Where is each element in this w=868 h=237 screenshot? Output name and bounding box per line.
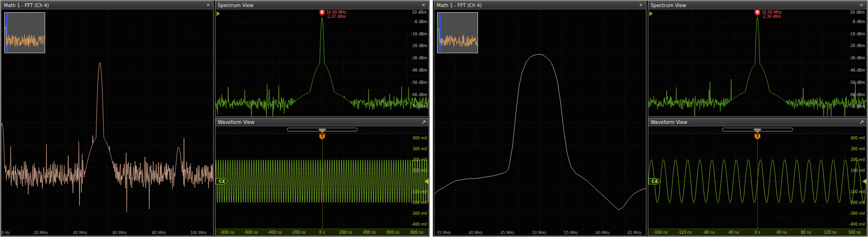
peak-marker-readout: 50.00 MHz -2.39 dBm bbox=[762, 10, 782, 19]
trigger-position-icon[interactable] bbox=[755, 131, 760, 133]
window-titlebar[interactable]: Math 1 - FFT (Ch 4) ✕ bbox=[434, 1, 646, 9]
math-plot-area[interactable]: 35 MHz40 MHz45 MHz50 MHz55 MHz60 MHz65 M… bbox=[434, 9, 646, 236]
zoom-navigation-strip bbox=[215, 126, 429, 134]
axis-tick-label: -200 ns bbox=[291, 230, 305, 235]
math-plot-area[interactable]: 0 Hz20 MHz40 MHz60 MHz80 MHz100 MHz bbox=[1, 9, 213, 236]
trigger-level-marker[interactable] bbox=[424, 179, 429, 184]
trigger-level-marker[interactable] bbox=[862, 179, 867, 184]
marker-frequency: 50.00 MHz bbox=[762, 10, 782, 15]
time-axis-bar: -800 ns-600 ns-400 ns-200 ns0 s200 ns400… bbox=[215, 229, 429, 236]
peak-marker-readout: 50.00 MHz -2.37 dBm bbox=[326, 10, 347, 19]
window-title: Spectrum View bbox=[218, 2, 253, 9]
waveform-view-window: Waveform View T C4 400 mV300 mV200 mV100… bbox=[215, 118, 429, 236]
spectrum-view-window: Spectrum View ✕ 20 dBm -6 dBm-16 dBm-26 … bbox=[215, 1, 429, 117]
axis-tick-label: -120 ns bbox=[677, 230, 692, 235]
axis-tick-label: 40 ns bbox=[777, 230, 787, 235]
spectrum-plot-area[interactable]: 20 dBm -6 dBm-16 dBm-26 dBm-36 dBm-46 dB… bbox=[215, 9, 429, 116]
window-title: Spectrum View bbox=[651, 2, 686, 9]
trigger-position-icon[interactable] bbox=[320, 131, 325, 133]
axis-tick-label: 80 ns bbox=[801, 230, 811, 235]
math-fft-window: Math 1 - FFT (Ch 4) ✕ 0 Hz20 MHz40 MHz60… bbox=[1, 1, 214, 236]
window-title: Math 1 - FFT (Ch 4) bbox=[4, 2, 49, 9]
marker-level: -2.37 dBm bbox=[326, 15, 347, 19]
axis-tick-label: 800 ns bbox=[410, 230, 423, 235]
reference-level-label: 20 dBm bbox=[850, 10, 865, 15]
spectrum-view-window: Spectrum View ✕ 20 dBm -6 dBm-16 dBm-26 … bbox=[648, 1, 867, 117]
close-icon[interactable]: ✕ bbox=[859, 2, 864, 9]
waveform-plot-area[interactable]: T C4 400 mV300 mV200 mV100 mV-100 mV-200… bbox=[648, 134, 867, 229]
axis-tick-label: -800 ns bbox=[220, 230, 234, 235]
expand-icon[interactable] bbox=[859, 120, 864, 125]
spectrum-trace-svg bbox=[648, 9, 867, 116]
axis-tick-label: -160 ns bbox=[653, 230, 668, 235]
axis-tick-label: 400 ns bbox=[363, 230, 376, 235]
window-titlebar[interactable]: Spectrum View ✕ bbox=[648, 1, 867, 9]
axis-tick-label: 200 ns bbox=[339, 230, 352, 235]
trigger-position-line bbox=[322, 139, 323, 229]
axis-tick-label: 600 ns bbox=[387, 230, 399, 235]
waveform-plot-area[interactable]: T C4 400 mV300 mV200 mV100 mV-100 mV-200… bbox=[215, 134, 429, 229]
axis-tick-label: -400 ns bbox=[268, 230, 282, 235]
math-fft-window: Math 1 - FFT (Ch 4) ✕ 35 MHz40 MHz45 MHz… bbox=[434, 1, 646, 236]
window-title: Waveform View bbox=[218, 119, 255, 126]
window-title: Math 1 - FFT (Ch 4) bbox=[437, 2, 482, 9]
axis-tick-label: -600 ns bbox=[244, 230, 258, 235]
expand-icon[interactable] bbox=[421, 120, 426, 125]
close-icon[interactable]: ✕ bbox=[205, 2, 211, 9]
axis-tick-label: 0 s bbox=[319, 230, 325, 235]
reference-level-label: 20 dBm bbox=[412, 10, 427, 15]
spectrum-plot-area[interactable]: 20 dBm -6 dBm-16 dBm-26 dBm-36 dBm-46 dB… bbox=[648, 9, 867, 116]
window-titlebar[interactable]: Math 1 - FFT (Ch 4) ✕ bbox=[1, 1, 213, 9]
spectrum-trace-svg bbox=[215, 9, 429, 116]
waveform-view-window: Waveform View T C4 400 mV300 mV200 mV100… bbox=[648, 118, 867, 236]
trace-handle-icon[interactable] bbox=[216, 11, 220, 16]
axis-tick-label: -80 ns bbox=[703, 230, 715, 235]
time-axis-bar: -160 ns-120 ns-80 ns-40 ns0 s40 ns80 ns1… bbox=[648, 229, 867, 236]
time-axis-labels: -800 ns-600 ns-400 ns-200 ns0 s200 ns400… bbox=[215, 230, 429, 235]
fft-preview-thumbnail[interactable] bbox=[4, 12, 45, 53]
marker-level: -2.39 dBm bbox=[762, 15, 782, 19]
trigger-position-line bbox=[757, 139, 758, 229]
trace-handle-icon[interactable] bbox=[649, 11, 653, 16]
fft-thumbnail-svg bbox=[5, 13, 45, 53]
window-titlebar[interactable]: Waveform View bbox=[215, 118, 429, 126]
marker-frequency: 50.00 MHz bbox=[326, 10, 347, 15]
window-titlebar[interactable]: Waveform View bbox=[648, 118, 867, 126]
close-icon[interactable]: ✕ bbox=[421, 2, 426, 9]
axis-tick-label: 0 s bbox=[755, 230, 760, 235]
scope-screenshots: Math 1 - FFT (Ch 4) ✕ 0 Hz20 MHz40 MHz60… bbox=[0, 0, 868, 237]
axis-tick-label: 160 ns bbox=[848, 230, 861, 235]
axis-tick-label: -40 ns bbox=[727, 230, 739, 235]
zoom-navigation-strip bbox=[648, 126, 867, 134]
axis-tick-label: 120 ns bbox=[824, 230, 836, 235]
window-titlebar[interactable]: Spectrum View ✕ bbox=[215, 1, 429, 9]
window-title: Waveform View bbox=[651, 119, 687, 126]
close-icon[interactable]: ✕ bbox=[638, 2, 644, 9]
fft-thumbnail-svg bbox=[438, 13, 478, 53]
fft-preview-thumbnail[interactable] bbox=[437, 12, 478, 53]
time-axis-labels: -160 ns-120 ns-80 ns-40 ns0 s40 ns80 ns1… bbox=[648, 230, 867, 235]
